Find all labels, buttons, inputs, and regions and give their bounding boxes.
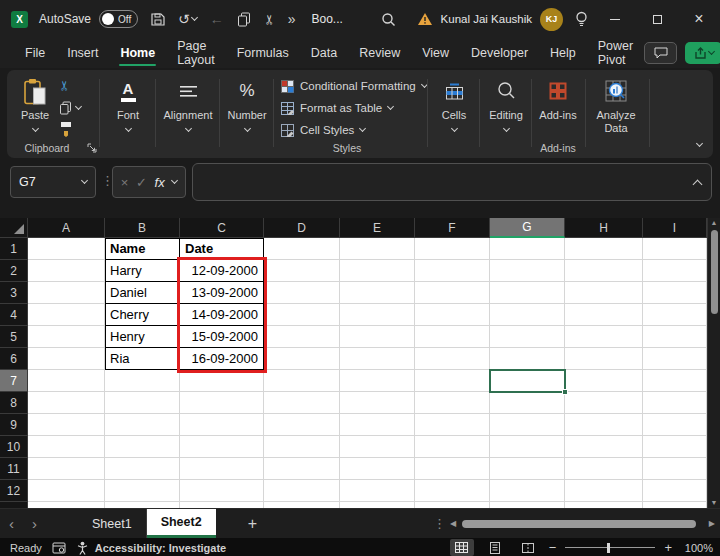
cell-B9[interactable] [105,414,180,436]
zoom-out-button[interactable]: − [549,540,557,555]
copy-button[interactable] [237,12,251,27]
zoom-slider-thumb[interactable] [607,543,611,553]
more-commands-icon[interactable]: » [288,12,296,26]
editing-dropdown-icon[interactable] [502,125,509,132]
cell-E5[interactable] [340,326,415,348]
cell-F2[interactable] [415,260,490,282]
cell-D5[interactable] [264,326,340,348]
paste-dropdown-icon[interactable] [31,125,38,132]
cell-C8[interactable] [180,392,264,414]
cell-E10[interactable] [340,436,415,458]
cell-F11[interactable] [415,458,490,480]
cell-B1[interactable]: Name [105,238,180,260]
cell-B10[interactable] [105,436,180,458]
cut-button[interactable]: ✂ [264,12,275,27]
vertical-scrollbar-thumb[interactable] [711,230,718,314]
cell-I11[interactable] [643,458,707,480]
clipboard-dialog-launcher-icon[interactable] [87,143,97,155]
cell-C7[interactable] [180,370,264,392]
cell-H8[interactable] [565,392,643,414]
cell-E3[interactable] [340,282,415,304]
column-header-F[interactable]: F [415,218,490,238]
cell-styles-button[interactable]: Cell Styles [281,121,365,139]
lightbulb-icon[interactable] [575,11,588,27]
cell-I6[interactable] [643,348,707,370]
cell-H2[interactable] [565,260,643,282]
scroll-up-icon[interactable]: ▲ [711,218,718,228]
cell-E4[interactable] [340,304,415,326]
close-button[interactable]: × [678,0,720,38]
autosave-toggle[interactable]: Off [99,10,138,28]
cell-F4[interactable] [415,304,490,326]
fill-handle[interactable] [562,389,568,395]
collapse-ribbon-icon[interactable] [696,140,703,147]
cell-G6[interactable] [490,348,565,370]
cell-I12[interactable] [643,480,707,502]
cell-I3[interactable] [643,282,707,304]
cell-H1[interactable] [565,238,643,260]
row-header-5[interactable]: 5 [0,326,28,348]
cell-H10[interactable] [565,436,643,458]
cell-D3[interactable] [264,282,340,304]
cell-A8[interactable] [28,392,105,414]
cell-F3[interactable] [415,282,490,304]
cell-I8[interactable] [643,392,707,414]
cell-B5[interactable]: Henry [105,326,180,348]
scroll-right-icon[interactable]: ▶ [709,519,715,528]
cell-A7[interactable] [28,370,105,392]
alignment-group-button[interactable]: Alignment [159,74,217,140]
cell-A12[interactable] [28,480,105,502]
page-layout-view-button[interactable] [483,539,507,556]
cell-E11[interactable] [340,458,415,480]
cell-D11[interactable] [264,458,340,480]
sheet-nav-next-icon[interactable]: › [23,516,46,531]
column-header-H[interactable]: H [565,218,643,238]
undo-dropdown-icon[interactable] [191,14,198,21]
cell-H11[interactable] [565,458,643,480]
tab-view[interactable]: View [411,38,460,68]
select-all-corner[interactable] [0,218,28,238]
cell-E9[interactable] [340,414,415,436]
tab-insert[interactable]: Insert [56,38,109,68]
cell-G11[interactable] [490,458,565,480]
cell-C11[interactable] [180,458,264,480]
cell-H4[interactable] [565,304,643,326]
search-button[interactable] [381,12,396,27]
cell-A9[interactable] [28,414,105,436]
horizontal-scrollbar[interactable]: ◀ ▶ [450,519,715,529]
cell-G9[interactable] [490,414,565,436]
row-header-10[interactable]: 10 [0,436,28,458]
cell-D6[interactable] [264,348,340,370]
addins-button[interactable]: Add-ins [535,74,581,140]
expand-formula-bar-icon[interactable] [693,179,703,189]
row-header-3[interactable]: 3 [0,282,28,304]
cell-C3[interactable]: 13-09-2000 [180,282,264,304]
editing-group-button[interactable]: Editing [483,74,529,140]
excel-app-icon[interactable]: X [11,11,28,28]
cell-B7[interactable] [105,370,180,392]
tab-review[interactable]: Review [348,38,411,68]
column-header-B[interactable]: B [105,218,180,238]
cell-C9[interactable] [180,414,264,436]
cut-ribbon-button[interactable]: ✂ [59,78,70,93]
new-sheet-button[interactable]: + [248,515,257,533]
column-header-I[interactable]: I [643,218,707,238]
row-header-11[interactable]: 11 [0,458,28,480]
cell-G10[interactable] [490,436,565,458]
cell-B12[interactable] [105,480,180,502]
cell-I10[interactable] [643,436,707,458]
font-group-button[interactable]: A Font [103,74,153,140]
accessibility-status[interactable]: Accessibility: Investigate [95,542,226,554]
macro-record-icon[interactable] [52,542,66,554]
warning-icon[interactable] [417,12,433,26]
cell-D7[interactable] [264,370,340,392]
insert-function-icon[interactable]: fx [155,175,165,190]
cell-G1[interactable] [490,238,565,260]
cell-H7[interactable] [565,370,643,392]
cell-H5[interactable] [565,326,643,348]
zoom-percentage[interactable]: 100% [681,542,713,554]
name-box[interactable]: G7 [10,166,96,198]
enter-icon[interactable]: ✓ [136,175,147,190]
cell-A1[interactable] [28,238,105,260]
cell-D12[interactable] [264,480,340,502]
